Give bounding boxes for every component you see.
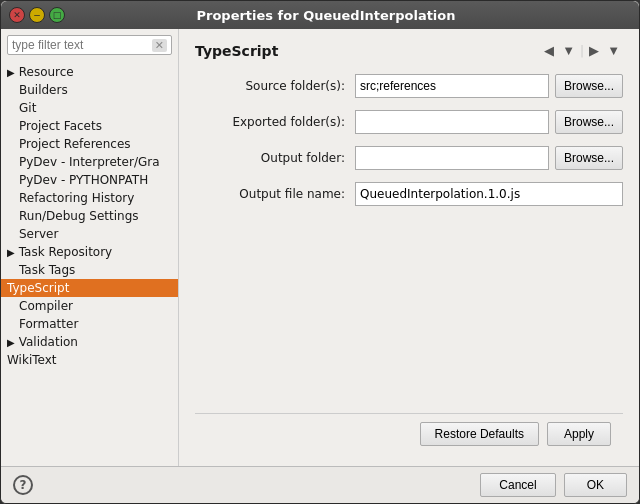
sidebar-item-label: Server xyxy=(19,227,58,241)
sidebar-item-validation[interactable]: ▶Validation xyxy=(1,333,178,351)
sidebar-item-label: Compiler xyxy=(19,299,73,313)
form-area: Source folder(s):Browse...Exported folde… xyxy=(195,74,623,413)
nav-back-button[interactable]: ◀ xyxy=(541,41,557,60)
nav-forward-button[interactable]: ▶ xyxy=(586,41,602,60)
sidebar-item-compiler[interactable]: Compiler xyxy=(1,297,178,315)
form-row-source-folder: Source folder(s):Browse... xyxy=(195,74,623,98)
apply-button[interactable]: Apply xyxy=(547,422,611,446)
sidebar-item-pydev-python[interactable]: PyDev - PYTHONPATH xyxy=(1,171,178,189)
sidebar-item-label: Formatter xyxy=(19,317,78,331)
sidebar-item-pydev-interpreter[interactable]: PyDev - Interpreter/Gra xyxy=(1,153,178,171)
form-text-output-filename: QueuedInterpolation.1.0.js xyxy=(355,182,623,206)
sidebar-item-server[interactable]: Server xyxy=(1,225,178,243)
form-row-exported-folder: Exported folder(s):Browse... xyxy=(195,110,623,134)
sidebar-item-formatter[interactable]: Formatter xyxy=(1,315,178,333)
panel-header: TypeScript ◀ ▼ | ▶ ▼ xyxy=(195,41,623,60)
sidebar-item-typescript[interactable]: TypeScript xyxy=(1,279,178,297)
nav-icons: ◀ ▼ | ▶ ▼ xyxy=(541,41,623,60)
window-title: Properties for QueuedInterpolation xyxy=(71,8,581,23)
sidebar-item-label: Task Repository xyxy=(19,245,113,259)
sidebar-item-label: Run/Debug Settings xyxy=(19,209,139,223)
tree-arrow: ▶ xyxy=(7,247,15,258)
sidebar-item-label: Validation xyxy=(19,335,78,349)
sidebar-item-wikitext[interactable]: WikiText xyxy=(1,351,178,369)
sidebar-item-label: TypeScript xyxy=(7,281,69,295)
form-input-output-folder[interactable] xyxy=(355,146,549,170)
form-row-output-folder: Output folder:Browse... xyxy=(195,146,623,170)
nav-dropdown2-button[interactable]: ▼ xyxy=(604,41,623,60)
sidebar-item-task-repository[interactable]: ▶Task Repository xyxy=(1,243,178,261)
filter-clear-button[interactable]: ✕ xyxy=(152,39,167,52)
panel-title: TypeScript xyxy=(195,43,541,59)
browse-button-source-folder[interactable]: Browse... xyxy=(555,74,623,98)
close-button[interactable]: ✕ xyxy=(9,7,25,23)
form-label-source-folder: Source folder(s): xyxy=(195,79,355,93)
sidebar-item-label: PyDev - Interpreter/Gra xyxy=(19,155,160,169)
browse-button-exported-folder[interactable]: Browse... xyxy=(555,110,623,134)
content-area: ✕ ▶ResourceBuildersGitProject FacetsProj… xyxy=(1,29,639,466)
filter-box[interactable]: ✕ xyxy=(7,35,172,55)
sidebar-item-task-tags[interactable]: Task Tags xyxy=(1,261,178,279)
sidebar-item-label: Builders xyxy=(19,83,68,97)
maximize-button[interactable]: □ xyxy=(49,7,65,23)
sidebar-item-label: Resource xyxy=(19,65,74,79)
sidebar-item-label: WikiText xyxy=(7,353,57,367)
sidebar-item-label: Project References xyxy=(19,137,131,151)
form-label-output-folder: Output folder: xyxy=(195,151,355,165)
sidebar-item-run-debug[interactable]: Run/Debug Settings xyxy=(1,207,178,225)
form-row-output-filename: Output file name:QueuedInterpolation.1.0… xyxy=(195,182,623,206)
nav-dropdown1-button[interactable]: ▼ xyxy=(559,41,578,60)
browse-button-output-folder[interactable]: Browse... xyxy=(555,146,623,170)
tree-arrow: ▶ xyxy=(7,337,15,348)
main-panel: TypeScript ◀ ▼ | ▶ ▼ Source folder(s):Br… xyxy=(179,29,639,466)
sidebar-item-label: Refactoring History xyxy=(19,191,134,205)
window-controls: ✕ − □ xyxy=(9,7,65,23)
titlebar: ✕ − □ Properties for QueuedInterpolation xyxy=(1,1,639,29)
footer-bar: ? Cancel OK xyxy=(1,466,639,503)
tree: ▶ResourceBuildersGitProject FacetsProjec… xyxy=(1,61,178,466)
form-label-output-filename: Output file name: xyxy=(195,187,355,201)
help-button[interactable]: ? xyxy=(13,475,33,495)
properties-dialog: ✕ − □ Properties for QueuedInterpolation… xyxy=(0,0,640,504)
sidebar: ✕ ▶ResourceBuildersGitProject FacetsProj… xyxy=(1,29,179,466)
sidebar-item-label: Project Facets xyxy=(19,119,102,133)
filter-input[interactable] xyxy=(12,38,152,52)
sidebar-item-label: PyDev - PYTHONPATH xyxy=(19,173,148,187)
sidebar-item-git[interactable]: Git xyxy=(1,99,178,117)
minimize-button[interactable]: − xyxy=(29,7,45,23)
sidebar-item-builders[interactable]: Builders xyxy=(1,81,178,99)
sidebar-item-project-facets[interactable]: Project Facets xyxy=(1,117,178,135)
sidebar-item-resource[interactable]: ▶Resource xyxy=(1,63,178,81)
sidebar-item-label: Git xyxy=(19,101,36,115)
tree-arrow: ▶ xyxy=(7,67,15,78)
sidebar-item-project-references[interactable]: Project References xyxy=(1,135,178,153)
form-input-source-folder[interactable] xyxy=(355,74,549,98)
ok-button[interactable]: OK xyxy=(564,473,627,497)
sidebar-item-refactoring[interactable]: Refactoring History xyxy=(1,189,178,207)
cancel-button[interactable]: Cancel xyxy=(480,473,555,497)
form-input-exported-folder[interactable] xyxy=(355,110,549,134)
sidebar-item-label: Task Tags xyxy=(19,263,75,277)
nav-separator: | xyxy=(580,44,584,58)
form-label-exported-folder: Exported folder(s): xyxy=(195,115,355,129)
restore-defaults-button[interactable]: Restore Defaults xyxy=(420,422,539,446)
bottom-bar: Restore Defaults Apply xyxy=(195,413,623,454)
